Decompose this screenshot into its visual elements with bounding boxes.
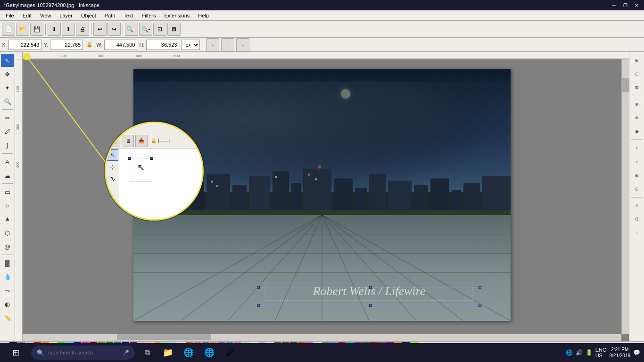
pen-tool[interactable]: 🖊 [1,125,14,138]
zoom-select-button[interactable]: ⊠ [167,23,181,36]
search-bar[interactable]: 🔍 🎤 [31,346,135,360]
measure-tool[interactable]: 📏 [1,311,14,324]
node-tool[interactable]: ✥ [1,67,14,81]
file-explorer-button[interactable]: 📁 [159,344,176,361]
select-tool[interactable]: ↖ [1,54,14,67]
close-button[interactable]: ✕ [633,1,640,9]
text-tool[interactable]: A [1,155,14,168]
edge-button[interactable]: 🌐 [180,344,197,361]
menu-filters[interactable]: Filters [138,12,160,19]
transform-btn[interactable]: ↔ [630,226,644,239]
tool-separator-2 [2,153,13,154]
transform-button[interactable]: ↕ [206,38,219,51]
mag-left-tools: ↖ ⊹ ∿ [106,148,119,219]
snap-btn-6[interactable]: ◉ [630,125,644,138]
canvas-area[interactable]: 100 200 300 400 500 100 200 300 [15,52,629,341]
flip-v-button[interactable]: ↕ [236,38,249,51]
fill-tool[interactable]: ▓ [1,256,14,270]
ellipse-tool[interactable]: ○ [1,199,14,212]
open-button[interactable]: 📂 [16,23,29,36]
import-button[interactable]: ⬇ [48,23,61,36]
view-btn-1[interactable]: ⊞ [630,169,644,182]
star-tool[interactable]: ★ [1,213,14,226]
menu-layer[interactable]: Layer [56,12,76,19]
y-input[interactable] [50,40,83,50]
windows-icon: ⊞ [12,347,19,358]
magnify-circle: File E 📋 🖥 📥 🔒 |——| ↖ ⊹ [105,122,204,221]
new-button[interactable]: 📄 [2,23,15,36]
battery-icon: 🔋 [586,349,593,356]
snap-btn-4[interactable]: ⊕ [630,98,644,111]
flip-h-button[interactable]: ↔ [221,38,234,51]
undo-button[interactable]: ↩ [93,23,107,36]
inkscape-button[interactable]: 🖊 [222,344,239,361]
titlebar: *GettyImages-1052974200.jpg - Inkscape ─… [0,0,644,10]
menu-object[interactable]: Object [77,12,100,19]
snap-btn-1[interactable]: ⊞ [630,54,644,67]
chrome-button[interactable]: 🌐 [201,344,218,361]
w-input[interactable] [104,40,137,50]
tweak-tool[interactable]: ✦ [1,81,14,94]
scroll-thumb-v[interactable] [622,78,629,92]
zoom-out-button[interactable]: 🔍- [139,23,152,36]
rectangle-tool[interactable]: ▭ [1,185,14,198]
start-button[interactable]: ⊞ [4,344,27,361]
redo-button[interactable]: ↪ [107,23,121,36]
zoom-tool[interactable]: 🔍 [1,95,14,108]
save-button[interactable]: 💾 [30,23,43,36]
snap-btn-3[interactable]: ⊠ [630,81,644,94]
spiral-tool[interactable]: @ [1,240,14,253]
xml-btn[interactable]: ⟨⟩ [630,213,644,226]
menu-help[interactable]: Help [194,12,213,19]
svg-text:100: 100 [23,54,29,58]
unit-select[interactable]: px mm cm in [181,40,200,50]
minimize-button[interactable]: ─ [610,1,618,9]
notification-icon[interactable]: 💬 [633,349,640,356]
handle-tl [257,286,260,289]
snap-btn-2[interactable]: ⊡ [630,67,644,81]
snap-btn-5[interactable]: ⊗ [630,111,644,124]
menubar: File Edit View Layer Object Path Text Fi… [0,10,644,21]
menu-edit[interactable]: Edit [19,12,35,19]
h-input[interactable] [146,40,179,50]
align-btn[interactable]: ≡ [630,199,644,212]
svg-rect-31 [216,185,218,187]
task-view-button[interactable]: ⧉ [139,344,156,361]
search-input[interactable] [47,350,120,355]
dropper-tool[interactable]: 💧 [1,270,14,283]
zoom-in-button[interactable]: 🔍+ [125,23,138,36]
color-btn-1[interactable]: ▪ [630,141,644,155]
pencil-tool[interactable]: ✏ [1,111,14,124]
w-label: W: [96,42,102,48]
zoom-fit-button[interactable]: ⊡ [153,23,166,36]
menu-view[interactable]: View [36,12,55,19]
scroll-thumb-h[interactable] [117,334,211,340]
restore-button[interactable]: ❐ [621,1,629,9]
connector-tool[interactable]: ⊸ [1,284,14,297]
lock-icon[interactable]: 🔒 [85,40,94,49]
3d-box-tool[interactable]: ⬡ [1,226,14,239]
mag-ruler: |——| [158,138,170,143]
menu-path[interactable]: Path [101,12,119,19]
x-input[interactable] [8,40,41,50]
menu-text[interactable]: Text [120,12,137,19]
handle-tr [479,286,481,289]
coordbar: X: Y: 🔒 W: H: px mm cm in ↕ ↔ ↕ [0,38,644,52]
export-button[interactable]: ⬆ [62,23,75,36]
x-label: X: [2,42,7,48]
print-button[interactable]: 🖨 [76,23,89,36]
spray-tool[interactable]: ☁ [1,169,14,182]
menu-extensions[interactable]: Extensions [160,12,193,19]
mag-handle-2 [150,157,153,160]
handle-bl [257,304,260,307]
color-btn-2[interactable]: ▫ [630,155,644,168]
mag-menubar: File E [106,123,202,133]
view-btn-2[interactable]: ⊟ [630,182,644,196]
scroll-bottom[interactable] [23,334,621,341]
menu-file[interactable]: File [2,12,18,19]
scroll-right[interactable] [621,59,629,334]
calligraphy-tool[interactable]: ∫ [1,139,14,152]
gradient-tool[interactable]: ◐ [1,297,14,311]
coord-separator [203,39,203,50]
mic-icon: 🎤 [123,350,129,356]
